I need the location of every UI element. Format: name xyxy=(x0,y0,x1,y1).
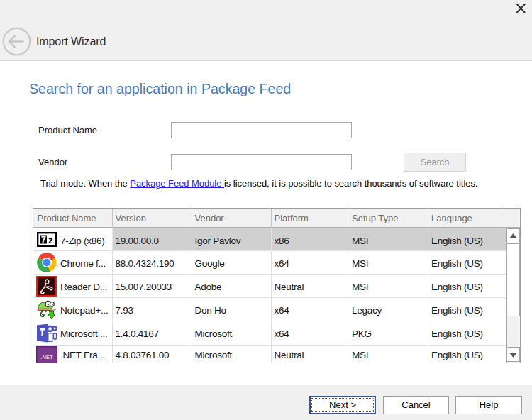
svg-text:z: z xyxy=(48,235,53,245)
svg-text:7: 7 xyxy=(41,234,46,245)
svg-text:.NET: .NET xyxy=(40,354,53,360)
